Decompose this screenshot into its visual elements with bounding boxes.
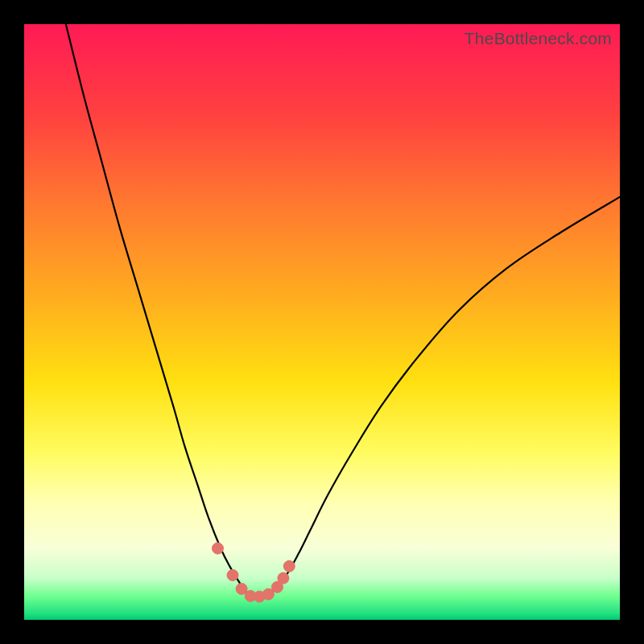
right-branch-path: [255, 197, 620, 597]
data-marker: [227, 570, 238, 581]
chart-svg: [24, 24, 620, 620]
left-branch-path: [66, 24, 255, 597]
plot-area: TheBottleneck.com: [24, 24, 620, 620]
markers-group: [213, 543, 295, 602]
data-marker: [213, 543, 224, 554]
data-marker: [278, 572, 289, 584]
chart-frame: TheBottleneck.com: [0, 0, 644, 644]
data-marker: [283, 560, 295, 572]
